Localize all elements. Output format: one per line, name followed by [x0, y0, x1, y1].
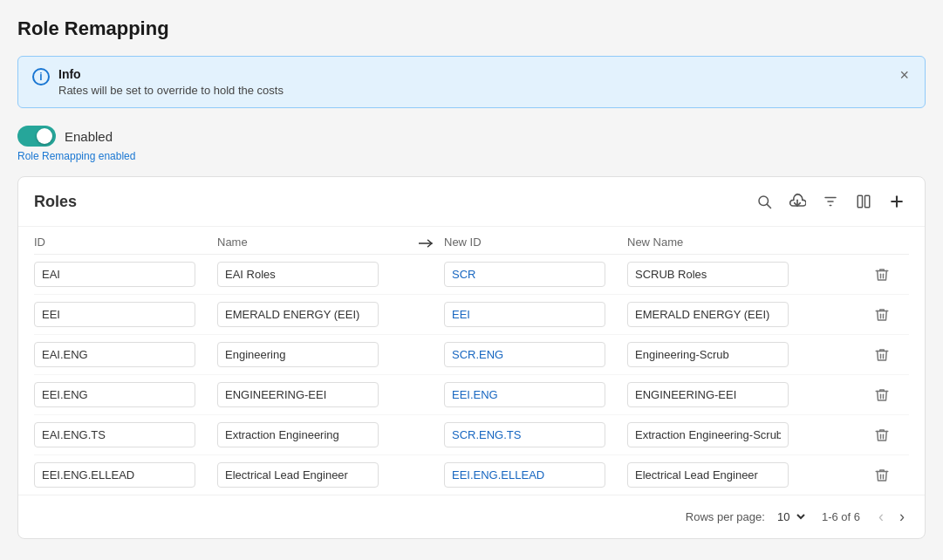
- cell-id-5[interactable]: [34, 462, 217, 488]
- delete-row-button-5[interactable]: [871, 464, 893, 487]
- input-name-1[interactable]: [217, 302, 379, 327]
- delete-row-button-0[interactable]: [871, 263, 893, 286]
- toggle-row: Enabled: [17, 126, 926, 147]
- cell-new-name-0[interactable]: [627, 262, 871, 287]
- info-close-button[interactable]: ×: [898, 67, 911, 83]
- info-text: Info Rates will be set to override to ho…: [58, 67, 284, 97]
- cell-new-name-3[interactable]: [627, 382, 871, 407]
- table-body: [34, 255, 909, 495]
- col-name: Name: [217, 236, 409, 249]
- toggle-sublabel: Role Remapping enabled: [17, 150, 926, 162]
- delete-row-button-1[interactable]: [871, 304, 893, 326]
- input-new-id-1[interactable]: [444, 302, 605, 327]
- cell-new-id-5[interactable]: [444, 462, 627, 488]
- input-name-0[interactable]: [217, 262, 379, 287]
- search-icon[interactable]: [752, 189, 776, 214]
- input-name-5[interactable]: [217, 462, 379, 488]
- svg-line-1: [767, 204, 770, 208]
- input-id-1[interactable]: [34, 302, 195, 327]
- input-new-name-0[interactable]: [627, 262, 789, 287]
- cell-id-4[interactable]: [34, 422, 217, 447]
- input-id-2[interactable]: [34, 342, 195, 367]
- roles-header: Roles: [18, 177, 925, 227]
- input-new-id-5[interactable]: [444, 462, 605, 488]
- enabled-toggle[interactable]: [17, 126, 56, 147]
- input-name-3[interactable]: [217, 382, 379, 407]
- cell-name-1[interactable]: [217, 302, 409, 327]
- page-navigation: ‹ ›: [874, 506, 909, 528]
- next-page-button[interactable]: ›: [895, 506, 909, 528]
- rows-per-page: Rows per page: 10 25 50: [686, 508, 808, 526]
- table-row: [34, 415, 909, 455]
- table-row: [34, 295, 909, 335]
- input-name-2[interactable]: [217, 342, 379, 367]
- input-id-5[interactable]: [34, 462, 195, 488]
- cell-new-name-1[interactable]: [627, 302, 871, 327]
- input-new-name-4[interactable]: [627, 422, 789, 447]
- input-new-id-4[interactable]: [444, 422, 605, 447]
- info-message: Rates will be set to override to hold th…: [58, 84, 284, 97]
- table-header: ID Name New ID New Name: [34, 227, 909, 255]
- columns-icon[interactable]: [851, 189, 876, 214]
- input-new-name-2[interactable]: [627, 342, 789, 367]
- add-role-button[interactable]: [885, 189, 909, 214]
- cell-new-name-2[interactable]: [627, 342, 871, 367]
- cell-new-id-2[interactable]: [444, 342, 627, 367]
- cell-new-name-5[interactable]: [627, 462, 871, 488]
- filter-icon[interactable]: [818, 189, 843, 214]
- cell-new-id-4[interactable]: [444, 422, 627, 447]
- cell-id-2[interactable]: [34, 342, 217, 367]
- cell-delete-1[interactable]: [871, 304, 909, 326]
- input-new-id-2[interactable]: [444, 342, 605, 367]
- cell-id-0[interactable]: [34, 262, 217, 287]
- cell-delete-4[interactable]: [871, 424, 909, 447]
- page-range: 1-6 of 6: [822, 510, 860, 523]
- delete-row-button-4[interactable]: [871, 424, 893, 447]
- cell-new-id-1[interactable]: [444, 302, 627, 327]
- table-row: [34, 455, 909, 495]
- cell-id-1[interactable]: [34, 302, 217, 327]
- input-name-4[interactable]: [217, 422, 379, 447]
- input-new-name-5[interactable]: [627, 462, 789, 488]
- svg-rect-7: [865, 195, 870, 208]
- cell-name-0[interactable]: [217, 262, 409, 287]
- delete-row-button-2[interactable]: [871, 344, 893, 366]
- col-new-name: New Name: [627, 236, 871, 249]
- cell-id-3[interactable]: [34, 382, 217, 407]
- table-row: [34, 375, 909, 415]
- input-id-3[interactable]: [34, 382, 195, 407]
- roles-table: ID Name New ID New Name: [18, 227, 925, 495]
- table-footer: Rows per page: 10 25 50 1-6 of 6 ‹ ›: [18, 495, 925, 538]
- info-title: Info: [58, 67, 284, 81]
- info-icon: i: [32, 68, 50, 85]
- cell-name-2[interactable]: [217, 342, 409, 367]
- col-arrow: [409, 236, 444, 249]
- cell-new-id-0[interactable]: [444, 262, 627, 287]
- cell-delete-3[interactable]: [871, 384, 909, 406]
- input-new-name-3[interactable]: [627, 382, 789, 407]
- cell-new-name-4[interactable]: [627, 422, 871, 447]
- input-new-name-1[interactable]: [627, 302, 789, 327]
- rows-per-page-select[interactable]: 10 25 50: [770, 508, 808, 526]
- svg-rect-6: [858, 195, 862, 208]
- info-banner: i Info Rates will be set to override to …: [17, 56, 926, 108]
- input-new-id-0[interactable]: [444, 262, 605, 287]
- roles-actions: [752, 189, 909, 214]
- cell-delete-0[interactable]: [871, 263, 909, 286]
- page-title: Role Remapping: [17, 17, 926, 40]
- cell-delete-5[interactable]: [871, 464, 909, 487]
- cell-name-4[interactable]: [217, 422, 409, 447]
- input-id-4[interactable]: [34, 422, 195, 447]
- cloud-download-icon[interactable]: [785, 189, 810, 214]
- roles-title: Roles: [34, 193, 77, 211]
- cell-name-5[interactable]: [217, 462, 409, 488]
- roles-card: Roles: [17, 176, 926, 539]
- cell-new-id-3[interactable]: [444, 382, 627, 407]
- delete-row-button-3[interactable]: [871, 384, 893, 406]
- cell-name-3[interactable]: [217, 382, 409, 407]
- cell-delete-2[interactable]: [871, 344, 909, 366]
- prev-page-button[interactable]: ‹: [874, 506, 888, 528]
- input-new-id-3[interactable]: [444, 382, 605, 407]
- table-row: [34, 335, 909, 375]
- input-id-0[interactable]: [34, 262, 195, 287]
